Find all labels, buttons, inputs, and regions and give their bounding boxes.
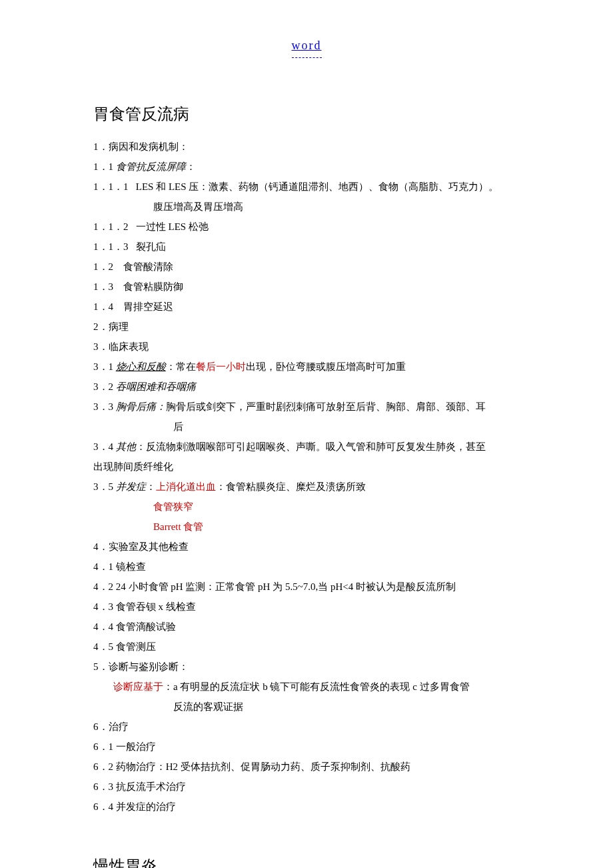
- text-line: 3．4 其他：反流物刺激咽喉部可引起咽喉炎、声嘶。吸入气管和肺可反复发生肺炎，甚…: [93, 437, 520, 457]
- text: ：常在: [166, 361, 196, 372]
- section-title-1: 胃食管反流病: [93, 98, 520, 130]
- text: 出现，卧位弯腰或腹压增高时可加重: [246, 361, 406, 372]
- text-red: 餐后一小时: [196, 361, 246, 372]
- list-number: 3．3: [93, 401, 116, 412]
- list-number: 1．3: [93, 281, 113, 292]
- text-italic: 并发症: [116, 481, 146, 492]
- list-number: 1．1: [93, 161, 116, 172]
- text-line: 6．治疗: [93, 717, 520, 737]
- text-line: 4．5 食管测压: [93, 637, 520, 657]
- text-line: 1．1．2 一过性 LES 松弛: [93, 217, 520, 237]
- text: LES 和 LES 压：激素、药物（钙通道阻滞剂、地西）、食物（高脂肪、巧克力）…: [136, 181, 499, 192]
- text: ：食管粘膜炎症、糜烂及溃疡所致: [216, 481, 366, 492]
- text-line: 6．4 并发症的治疗: [93, 797, 520, 817]
- text-red: 上消化道出血: [156, 481, 216, 492]
- text-line-indent: 后: [93, 417, 520, 437]
- text-line: 1．1．1 LES 和 LES 压：激素、药物（钙通道阻滞剂、地西）、食物（高脂…: [93, 177, 520, 197]
- text-line: 2．病理: [93, 317, 520, 337]
- text-line: 3．临床表现: [93, 337, 520, 357]
- text-italic: 食管抗反流屏障: [116, 161, 186, 172]
- text: 胃排空延迟: [123, 301, 173, 312]
- text-line: 3．1 烧心和反酸：常在餐后一小时出现，卧位弯腰或腹压增高时可加重: [93, 357, 520, 377]
- list-number: 1．1．2: [93, 221, 129, 232]
- text-red: 诊断应基于: [113, 681, 163, 692]
- header-link[interactable]: word: [292, 33, 322, 58]
- text: 裂孔疝: [136, 241, 166, 252]
- text: ：a 有明显的反流症状 b 镜下可能有反流性食管炎的表现 c 过多胃食管: [163, 681, 470, 692]
- text-italic: 其他: [116, 441, 136, 452]
- text-line: 6．2 药物治疗：H2 受体拮抗剂、促胃肠动力药、质子泵抑制剂、抗酸药: [93, 757, 520, 777]
- text-line: 5．诊断与鉴别诊断：: [93, 657, 520, 677]
- text-line: 4．1 镜检查: [93, 557, 520, 577]
- text-line: 1．4 胃排空延迟: [93, 297, 520, 317]
- text-line: 4．4 食管滴酸试验: [93, 617, 520, 637]
- text-line: 1．病因和发病机制：: [93, 137, 520, 157]
- text-italic-underline: 烧心和反酸: [116, 361, 166, 372]
- text-line: 1．2 食管酸清除: [93, 257, 520, 277]
- text-line: 6．3 抗反流手术治疗: [93, 777, 520, 797]
- list-number: 3．1: [93, 361, 116, 372]
- text: 一过性 LES 松弛: [136, 221, 209, 232]
- list-number: 3．2: [93, 381, 116, 392]
- list-number: 3．5: [93, 481, 116, 492]
- list-number: 1．1．3: [93, 241, 129, 252]
- list-number: 1．1．1: [93, 181, 129, 192]
- text-line-indent: 反流的客观证据: [93, 697, 520, 717]
- list-number: 1．4: [93, 301, 113, 312]
- text: 食管粘膜防御: [123, 281, 183, 292]
- text: ：: [146, 481, 156, 492]
- text-line-red: Barrett 食管: [93, 517, 520, 537]
- list-number: 1．2: [93, 261, 113, 272]
- header: word: [93, 33, 520, 58]
- text-line: 3．2 吞咽困难和吞咽痛: [93, 377, 520, 397]
- text: 胸骨后或剑突下，严重时剧烈刺痛可放射至后背、胸部、肩部、颈部、耳: [166, 401, 486, 412]
- text-line: 3．5 并发症：上消化道出血：食管粘膜炎症、糜烂及溃疡所致: [93, 477, 520, 497]
- text: ：反流物刺激咽喉部可引起咽喉炎、声嘶。吸入气管和肺可反复发生肺炎，甚至: [136, 441, 486, 452]
- text-line-red: 食管狭窄: [93, 497, 520, 517]
- text-line: 1．3 食管粘膜防御: [93, 277, 520, 297]
- text: ：: [186, 161, 196, 172]
- text-line: 1．1 食管抗反流屏障：: [93, 157, 520, 177]
- text-italic: 胸骨后痛：: [116, 401, 166, 412]
- text-line: 3．3 胸骨后痛：胸骨后或剑突下，严重时剧烈刺痛可放射至后背、胸部、肩部、颈部、…: [93, 397, 520, 417]
- section-title-2: 慢性胃炎: [93, 850, 520, 868]
- text-line: 出现肺间质纤维化: [93, 457, 520, 477]
- text-line: 1．1．3 裂孔疝: [93, 237, 520, 257]
- text-line: 4．2 24 小时食管 pH 监测：正常食管 pH 为 5.5~7.0,当 pH…: [93, 577, 520, 597]
- list-number: 3．4: [93, 441, 116, 452]
- text-line: 4．实验室及其他检查: [93, 537, 520, 557]
- text-line: 诊断应基于：a 有明显的反流症状 b 镜下可能有反流性食管炎的表现 c 过多胃食…: [93, 677, 520, 697]
- text-line-indent: 腹压增高及胃压增高: [93, 197, 520, 217]
- text-italic: 吞咽困难和吞咽痛: [116, 381, 196, 392]
- text-line: 6．1 一般治疗: [93, 737, 520, 757]
- text: 食管酸清除: [123, 261, 173, 272]
- page-container: word 胃食管反流病 1．病因和发病机制： 1．1 食管抗反流屏障： 1．1．…: [47, 0, 566, 868]
- spacer: [93, 817, 520, 843]
- text-line: 4．3 食管吞钡 x 线检查: [93, 597, 520, 617]
